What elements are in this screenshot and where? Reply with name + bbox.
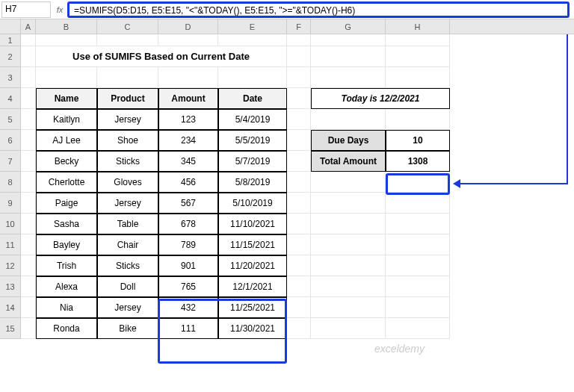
col-header-D[interactable]: D bbox=[158, 19, 218, 34]
formula-bar: H7 fx =SUMIFS(D5:D15, E5:E15, "<"&TODAY(… bbox=[0, 0, 574, 19]
col-header-F[interactable]: F bbox=[287, 19, 311, 34]
watermark: exceldemy bbox=[374, 343, 425, 355]
col-header-H[interactable]: H bbox=[386, 19, 450, 34]
fx-icon[interactable]: fx bbox=[52, 5, 67, 14]
table-row[interactable]: Sasha bbox=[36, 214, 97, 234]
table-header-name[interactable]: Name bbox=[36, 88, 97, 109]
name-box[interactable]: H7 bbox=[1, 1, 51, 18]
row-header[interactable]: 3 bbox=[0, 67, 21, 88]
row-header[interactable]: 2 bbox=[0, 46, 21, 67]
grid: 1 2Use of SUMIFS Based on Current Date 3… bbox=[0, 34, 574, 339]
row-header[interactable]: 1 bbox=[0, 34, 21, 46]
total-amount-label[interactable]: Total Amount bbox=[311, 151, 386, 172]
column-headers: A B C D E F G H bbox=[0, 19, 574, 34]
table-row[interactable]: Paige bbox=[36, 193, 97, 214]
table-row[interactable]: Nia bbox=[36, 297, 97, 318]
row-header[interactable]: 5 bbox=[0, 109, 21, 130]
table-header-date[interactable]: Date bbox=[218, 88, 287, 109]
row-header[interactable]: 4 bbox=[0, 88, 21, 109]
table-row[interactable]: Trish bbox=[36, 255, 97, 276]
col-header-B[interactable]: B bbox=[36, 19, 97, 34]
col-header-G[interactable]: G bbox=[311, 19, 386, 34]
col-header-C[interactable]: C bbox=[97, 19, 158, 34]
arrow-connector-icon bbox=[459, 183, 568, 184]
row-header[interactable]: 7 bbox=[0, 151, 21, 172]
arrow-head-icon bbox=[453, 179, 460, 188]
table-header-amount[interactable]: Amount bbox=[158, 88, 218, 109]
today-label[interactable]: Today is 12/2/2021 bbox=[311, 88, 450, 109]
table-row[interactable]: Becky bbox=[36, 151, 97, 172]
title-cell[interactable]: Use of SUMIFS Based on Current Date bbox=[36, 46, 287, 67]
col-header-E[interactable]: E bbox=[218, 19, 287, 34]
row-header[interactable]: 14 bbox=[0, 297, 21, 318]
row-header[interactable]: 9 bbox=[0, 193, 21, 214]
row-header[interactable]: 10 bbox=[0, 214, 21, 234]
table-row[interactable]: AJ Lee bbox=[36, 130, 97, 151]
table-header-product[interactable]: Product bbox=[97, 88, 158, 109]
table-row[interactable]: Cherlotte bbox=[36, 172, 97, 193]
total-amount-value[interactable]: 1308 bbox=[386, 151, 450, 172]
select-all-corner[interactable] bbox=[0, 19, 21, 34]
table-row[interactable]: Alexa bbox=[36, 276, 97, 297]
spreadsheet: A B C D E F G H 1 2Use of SUMIFS Based o… bbox=[0, 19, 574, 339]
col-header-A[interactable]: A bbox=[21, 19, 36, 34]
table-row[interactable]: Bayley bbox=[36, 234, 97, 255]
table-row[interactable]: Kaitlyn bbox=[36, 109, 97, 130]
row-header[interactable]: 13 bbox=[0, 276, 21, 297]
row-header[interactable]: 6 bbox=[0, 130, 21, 151]
row-header[interactable]: 11 bbox=[0, 234, 21, 255]
arrow-connector-icon bbox=[567, 34, 568, 184]
table-row[interactable]: Ronda bbox=[36, 318, 97, 339]
due-days-value[interactable]: 10 bbox=[386, 130, 450, 151]
due-days-label[interactable]: Due Days bbox=[311, 130, 386, 151]
row-header[interactable]: 15 bbox=[0, 318, 21, 339]
formula-input[interactable]: =SUMIFS(D5:D15, E5:E15, "<"&TODAY(), E5:… bbox=[67, 1, 570, 18]
row-header[interactable]: 8 bbox=[0, 172, 21, 193]
row-header[interactable]: 12 bbox=[0, 255, 21, 276]
